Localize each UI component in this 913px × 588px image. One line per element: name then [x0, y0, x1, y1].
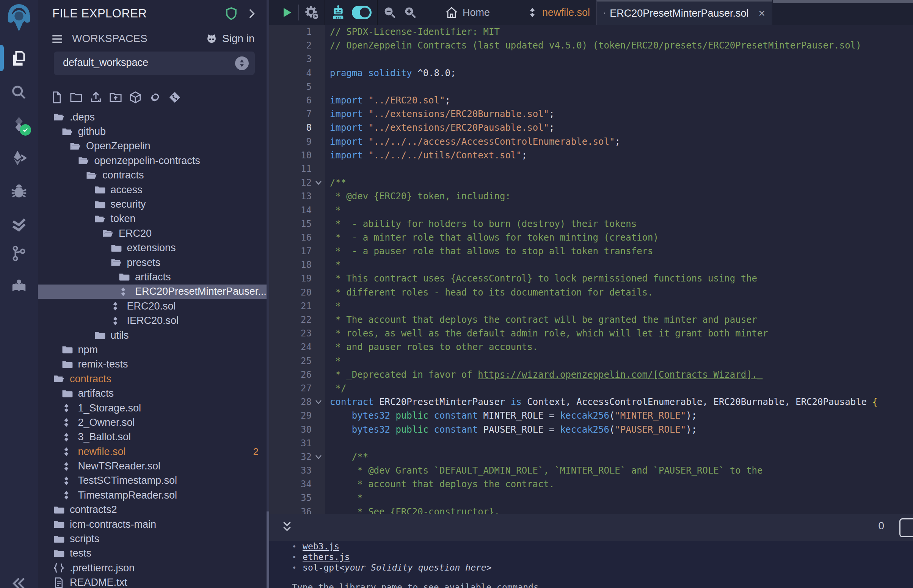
tree-folder-npm[interactable]: npm [38, 342, 269, 357]
tree-folder-utils[interactable]: utils [38, 328, 269, 342]
tree-file-README.txt[interactable]: README.txt [38, 575, 269, 588]
folder-icon [94, 199, 105, 210]
tree-folder-scripts[interactable]: scripts [38, 531, 269, 546]
tree-file-.prettierrc.json[interactable]: .prettierrc.json [38, 561, 269, 575]
upload-file-icon[interactable] [89, 91, 102, 104]
line-number: 12 [269, 177, 312, 188]
upload-folder-icon[interactable] [109, 91, 122, 104]
workspaces-menu-icon[interactable] [51, 32, 64, 45]
new-folder-icon[interactable] [70, 91, 83, 104]
tree-file-3_Ballot.sol[interactable]: 3_Ballot.sol [38, 430, 269, 444]
folder-open-icon [53, 111, 65, 123]
ai-copilot-toggle[interactable] [352, 6, 372, 19]
tree-folder-contracts2[interactable]: contracts2 [38, 503, 269, 517]
tree-folder-artifacts[interactable]: artifacts [38, 386, 269, 401]
code-editor[interactable]: 1// SPDX-License-Identifier: MIT2// Open… [269, 25, 913, 514]
tree-folder-token[interactable]: token [38, 212, 269, 226]
line-number: 4 [269, 68, 312, 78]
remix-logo[interactable] [5, 4, 32, 32]
tree-folder-access[interactable]: access [38, 183, 269, 197]
tree-folder-contracts[interactable]: contracts [38, 168, 269, 183]
tree-folder-ERC20[interactable]: ERC20 [38, 226, 269, 241]
tab-newfile[interactable]: newfile.sol 2 [520, 0, 609, 25]
tab-close-icon[interactable]: × [758, 7, 765, 20]
tree-folder-openzeppelin-contracts[interactable]: openzeppelin-contracts [38, 153, 269, 168]
tree-file-newfile.sol[interactable]: newfile.sol2 [38, 444, 269, 459]
tree-folder-tests[interactable]: tests [38, 546, 269, 561]
git-branch-icon[interactable] [0, 240, 38, 267]
search-icon[interactable] [0, 79, 38, 106]
tree-folder-contracts[interactable]: contracts [38, 372, 269, 386]
terminal-expand-icon[interactable] [280, 520, 293, 533]
terminal-bar: 0 [269, 514, 913, 542]
terminal-link-ethers.js[interactable]: •ethers.js [269, 552, 913, 562]
code-text: bytes32 public constant PAUSER_ROLE = ke… [330, 424, 697, 435]
collapse-left-icon[interactable] [0, 570, 38, 588]
fold-chevron-icon[interactable] [314, 178, 323, 187]
signin-label: Sign in [222, 32, 255, 45]
github-icon [205, 32, 219, 45]
debugger-icon[interactable] [0, 177, 38, 205]
unit-testing-icon[interactable] [0, 211, 38, 238]
tree-item-label: contracts [102, 170, 144, 181]
fold-chevron-icon[interactable] [314, 452, 323, 462]
tree-item-label: 1_Storage.sol [78, 402, 141, 414]
code-text: * and pauser roles to other accounts. [330, 342, 538, 352]
explorer-scrollbar-thumb[interactable] [267, 512, 269, 588]
shield-icon[interactable] [225, 7, 238, 21]
deploy-run-icon[interactable] [0, 144, 38, 171]
fold-chevron-icon[interactable] [314, 397, 323, 407]
tree-folder-github[interactable]: github [38, 124, 269, 139]
zoom-out-icon[interactable] [383, 6, 397, 19]
folder-icon [62, 388, 73, 399]
code-line-19: 19 * This contract uses {AccessControl} … [269, 271, 913, 285]
tree-file-ERC20PresetMinterPauser...[interactable]: ERC20PresetMinterPauser... [38, 284, 269, 299]
tree-folder-.deps[interactable]: .deps [38, 110, 269, 124]
line-number: 9 [269, 136, 312, 147]
terminal-checkbox[interactable] [899, 518, 913, 537]
ai-copilot-robot-icon[interactable] [330, 5, 346, 20]
github-signin-button[interactable]: Sign in [205, 32, 255, 45]
explorer-scrollbar[interactable] [267, 0, 269, 588]
tree-file-2_Owner.sol[interactable]: 2_Owner.sol [38, 415, 269, 430]
sol-icon [62, 417, 71, 427]
compiled-check-badge [20, 124, 31, 136]
tree-file-NewTSReader.sol[interactable]: NewTSReader.sol [38, 459, 269, 473]
tree-item-label: presets [127, 257, 161, 269]
terminal-link-web3.js[interactable]: •web3.js [269, 541, 913, 552]
load-cube-icon[interactable] [129, 91, 142, 104]
solidity-compiler-icon[interactable] [0, 111, 38, 138]
tree-folder-remix-tests[interactable]: remix-tests [38, 357, 269, 372]
import-link-icon[interactable] [149, 91, 162, 104]
tree-folder-security[interactable]: security [38, 197, 269, 212]
tab-home[interactable]: Home [438, 0, 497, 25]
learn-plugin-icon[interactable] [0, 272, 38, 300]
zoom-in-icon[interactable] [403, 6, 417, 19]
tree-file-IERC20.sol[interactable]: IERC20.sol [38, 313, 269, 328]
file-explorer-icon[interactable] [0, 45, 38, 72]
tree-file-TestSCTimestamp.sol[interactable]: TestSCTimestamp.sol [38, 473, 269, 488]
clone-git-icon[interactable] [168, 91, 181, 104]
tree-file-ERC20.sol[interactable]: ERC20.sol [38, 299, 269, 313]
workspace-select[interactable]: default_workspace [54, 52, 255, 75]
new-file-icon[interactable] [50, 91, 63, 104]
tree-file-1_Storage.sol[interactable]: 1_Storage.sol [38, 401, 269, 415]
panel-chevron-right-icon[interactable] [246, 8, 258, 20]
tree-folder-presets[interactable]: presets [38, 255, 269, 270]
terminal-output[interactable]: •web3.js•ethers.js•sol-gpt <your Solidit… [269, 541, 913, 588]
script-config-gear-icon[interactable] [304, 5, 319, 20]
code-line-13: 13 * @dev {ERC20} token, including: [269, 189, 913, 203]
tree-item-label: tests [70, 548, 91, 559]
home-icon [445, 6, 458, 19]
tab-active-file[interactable]: ERC20PresetMinterPauser.sol × [596, 0, 772, 25]
tree-folder-extensions[interactable]: extensions [38, 241, 269, 255]
explorer-toolbar [38, 88, 269, 107]
code-text: * See {ERC20-constructor}. [330, 507, 500, 514]
tree-folder-icm-contracts-main[interactable]: icm-contracts-main [38, 517, 269, 531]
tree-folder-OpenZeppelin[interactable]: OpenZeppelin [38, 139, 269, 153]
run-script-icon[interactable] [280, 6, 293, 19]
code-text: * [330, 493, 363, 503]
tree-folder-artifacts[interactable]: artifacts [38, 270, 269, 284]
tree-file-TimestampReader.sol[interactable]: TimestampReader.sol [38, 488, 269, 502]
remix-ide-window: FILE EXPLORER WORKSPACES Sign in default… [0, 0, 913, 588]
